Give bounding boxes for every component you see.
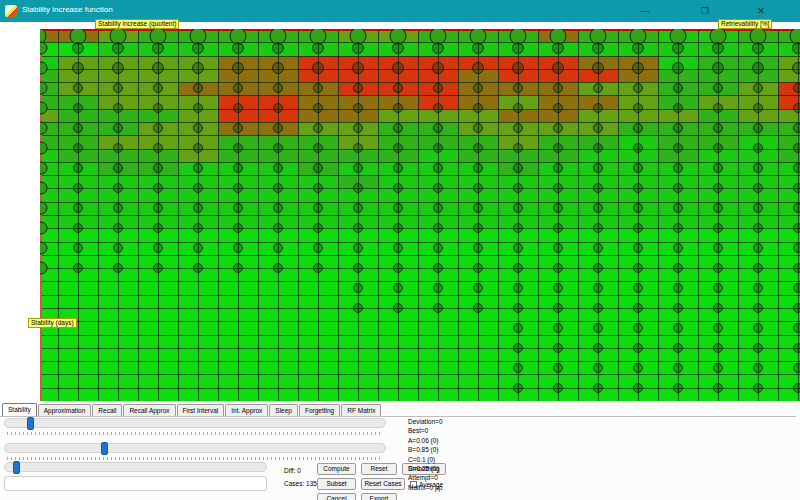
heatmap-cell xyxy=(658,82,698,96)
heatmap-cell xyxy=(338,95,378,109)
heatmap-cell xyxy=(578,348,618,362)
heatmap-cell xyxy=(178,281,218,295)
heatmap-cell xyxy=(738,308,778,322)
heatmap-cell xyxy=(618,149,658,163)
tab-recall-approx[interactable]: Recall Approx xyxy=(123,404,175,416)
heatmap-cell xyxy=(498,149,538,163)
tab-sleep[interactable]: Sleep xyxy=(269,404,298,416)
heatmap-cell xyxy=(698,321,738,335)
heatmap-cell xyxy=(458,188,498,202)
heatmap-cell xyxy=(418,42,458,56)
heatmap-cell xyxy=(538,149,578,163)
parameter-slider-2[interactable] xyxy=(4,443,386,453)
stat-line: A=0.06 (0) xyxy=(408,436,443,445)
heatmap-cell xyxy=(538,268,578,282)
heatmap-cell xyxy=(418,361,458,375)
slider-thumb-2[interactable] xyxy=(101,442,108,455)
heatmap-cell xyxy=(578,202,618,216)
heatmap-cell xyxy=(218,109,258,123)
heatmap-cell xyxy=(658,228,698,242)
heatmap-cell xyxy=(218,29,258,43)
heatmap-cell xyxy=(698,175,738,189)
heatmap-cell xyxy=(538,122,578,136)
heatmap-cell xyxy=(378,268,418,282)
heatmap-cell xyxy=(418,335,458,349)
heatmap-cell xyxy=(218,95,258,109)
heatmap-cell xyxy=(58,374,98,388)
tab-int-approx[interactable]: Int. Approx xyxy=(225,404,268,416)
compute-button[interactable]: Compute xyxy=(317,463,356,475)
heatmap-cell xyxy=(378,228,418,242)
heatmap-cell xyxy=(538,281,578,295)
heatmap-cell xyxy=(378,122,418,136)
heatmap-cell xyxy=(538,215,578,229)
heatmap-cell xyxy=(298,228,338,242)
heatmap-cell xyxy=(418,228,458,242)
tab-stability[interactable]: Stability xyxy=(2,403,37,416)
parameter-slider-3[interactable] xyxy=(4,462,267,472)
heatmap-cell xyxy=(98,56,138,70)
heatmap-cell xyxy=(778,242,800,256)
tab-first-interval[interactable]: First Interval xyxy=(177,404,225,416)
heatmap-cell xyxy=(698,69,738,83)
heatmap-cell xyxy=(458,162,498,176)
heatmap-cell xyxy=(378,82,418,96)
heatmap-cell xyxy=(58,109,98,123)
heatmap-cell xyxy=(98,42,138,56)
heatmap-cell xyxy=(298,335,338,349)
subset-button[interactable]: Subset xyxy=(317,478,356,490)
reset-button[interactable]: Reset xyxy=(361,463,397,475)
heatmap-cell xyxy=(658,335,698,349)
heatmap-cell xyxy=(258,348,298,362)
heatmap-cell xyxy=(498,388,538,402)
heatmap-cell xyxy=(258,95,298,109)
heatmap-cell xyxy=(178,56,218,70)
heatmap-cell xyxy=(338,321,378,335)
heatmap-cell xyxy=(458,69,498,83)
tab-approximation[interactable]: Approximation xyxy=(38,404,92,416)
heatmap-cell xyxy=(258,295,298,309)
tab-rf-matrix[interactable]: RF Matrix xyxy=(341,404,381,416)
tab-forgetting[interactable]: Forgetting xyxy=(299,404,340,416)
heatmap-cell xyxy=(498,321,538,335)
heatmap-cell xyxy=(578,295,618,309)
heatmap-cell xyxy=(498,281,538,295)
heatmap-cell xyxy=(418,321,458,335)
y-axis-label: Stability (days) xyxy=(28,318,77,328)
heatmap-cell xyxy=(258,335,298,349)
heatmap-cell xyxy=(58,69,98,83)
heatmap-cell xyxy=(778,175,800,189)
heatmap-cell xyxy=(698,109,738,123)
heatmap-cell xyxy=(738,348,778,362)
heatmap-cell xyxy=(618,388,658,402)
export-button[interactable]: Export xyxy=(361,493,397,500)
heatmap-cell xyxy=(338,162,378,176)
heatmap-cell xyxy=(778,95,800,109)
slider-thumb-1[interactable] xyxy=(27,417,34,430)
maximize-button[interactable]: ❐ xyxy=(690,0,720,22)
heatmap-cell xyxy=(698,308,738,322)
slider-thumb-3[interactable] xyxy=(13,461,20,474)
heatmap-cell xyxy=(298,361,338,375)
heatmap-cell xyxy=(618,135,658,149)
heatmap-cell xyxy=(778,388,800,402)
window-title: Stability increase function xyxy=(22,5,113,14)
chart-left-border xyxy=(40,29,42,401)
heatmap-cell xyxy=(58,348,98,362)
heatmap-cell xyxy=(498,82,538,96)
reset-cases-button[interactable]: Reset Cases xyxy=(361,478,405,490)
cancel-button[interactable]: Cancel xyxy=(317,493,356,500)
tab-recall[interactable]: Recall xyxy=(92,404,122,416)
heatmap-cell xyxy=(458,374,498,388)
heatmap-cell xyxy=(298,29,338,43)
parameter-slider-1[interactable] xyxy=(4,418,386,428)
heatmap-cell xyxy=(458,56,498,70)
heatmap-cell xyxy=(378,188,418,202)
stability-heatmap-chart[interactable] xyxy=(40,29,800,401)
heatmap-cell xyxy=(298,42,338,56)
heatmap-cell xyxy=(578,56,618,70)
heatmap-cell xyxy=(218,308,258,322)
heatmap-cell xyxy=(218,335,258,349)
heatmap-cell xyxy=(738,202,778,216)
minimize-button[interactable]: — xyxy=(630,0,660,22)
